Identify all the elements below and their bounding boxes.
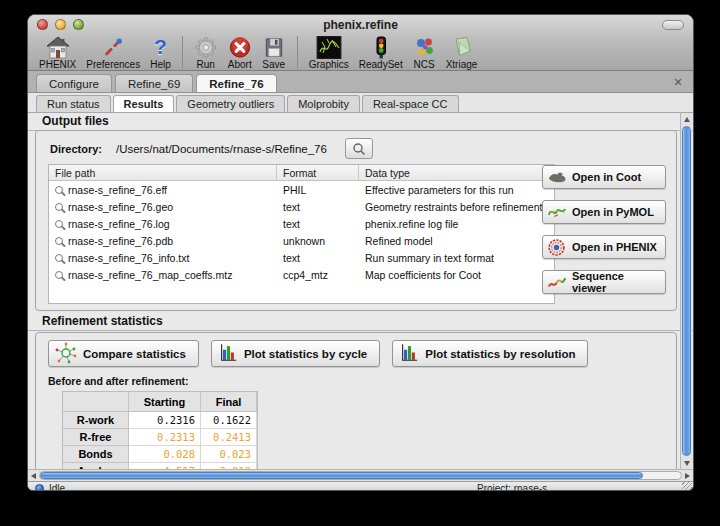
subtab-run-status[interactable]: Run status [36,95,111,112]
status-led-icon [35,484,44,491]
toolbar-button-graphics[interactable]: Graphics [304,35,354,70]
scroll-left-arrow-icon[interactable] [28,470,39,481]
toolbar-button-help[interactable]: ? Help [145,35,176,70]
sequence-viewer-icon [547,273,567,291]
subtab-geometry-outliers[interactable]: Geometry outliers [176,95,285,112]
close-tab-icon[interactable] [671,75,685,89]
stats-starting-value: 0.2313 [129,429,201,446]
scroll-right-arrow-icon[interactable] [682,470,693,481]
toolbar-button-save[interactable]: Save [257,35,291,70]
file-path: rnase-s_refine_76_info.txt [68,252,189,264]
file-data-type: phenix.refine log file [359,218,554,230]
horizontal-scrollbar-track[interactable] [39,471,682,480]
bar-chart-icon [218,342,238,365]
tab-refine-69[interactable]: Refine_69 [115,74,193,92]
open-in-phenix-button[interactable]: Open in PHENIX [542,235,666,259]
stats-row-label: R-free [63,429,129,446]
toolbar-separator [297,36,298,68]
pymol-icon [547,203,567,221]
toolbar-button-abort[interactable]: Abort [223,35,257,70]
tab-refine-76[interactable]: Refine_76 [196,74,276,92]
save-disk-icon [262,35,286,59]
column-header-file-path[interactable]: File path [49,165,277,180]
subtab-molprobity[interactable]: Molprobity [287,95,360,112]
browse-directory-button[interactable] [345,138,373,159]
toolbar-label: Save [262,59,285,70]
toolbar-label: Abort [228,59,252,70]
subtab-bar: Run status Results Geometry outliers Mol… [28,93,693,113]
stats-header-starting: Starting [129,392,201,412]
toolbar-button-ncs[interactable]: NCS [408,35,441,70]
stats-starting-value: 0.2316 [129,412,201,429]
toolbar-label: PHENIX [39,59,76,70]
subtab-real-space-cc[interactable]: Real-space CC [362,95,459,112]
open-in-coot-button[interactable]: Open in Coot [542,165,666,189]
table-row[interactable]: rnase-s_refine_76.pdbunknownRefined mode… [49,232,554,249]
vertical-scrollbar-thumb[interactable] [682,126,691,456]
toolbar-label: Graphics [309,59,349,70]
open-in-pymol-button[interactable]: Open in PyMOL [542,200,666,224]
refinement-statistics-heading: Refinement statistics [28,313,693,331]
table-row[interactable]: rnase-s_refine_76_info.txttextRun summar… [49,249,554,266]
subtab-results[interactable]: Results [113,95,175,112]
stats-row: R-work0.23160.1622 [63,412,257,429]
resize-grip[interactable] [682,481,692,491]
directory-path: /Users/nat/Documents/rnase-s/Refine_76 [116,143,327,155]
file-data-type: Effective parameters for this run [359,184,554,196]
scroll-down-arrow-icon[interactable] [681,457,692,469]
sequence-viewer-button[interactable]: Sequence viewer [542,270,666,294]
help-icon: ? [154,35,167,59]
magnifier-icon [55,186,63,194]
table-row[interactable]: rnase-s_refine_76.logtextphenix.refine l… [49,215,554,232]
horizontal-scrollbar[interactable] [28,469,693,481]
horizontal-scrollbar-thumb[interactable] [40,472,643,479]
table-header-row: File path Format Data type [49,165,554,181]
plot-statistics-by-resolution-button[interactable]: Plot statistics by resolution [392,340,588,367]
compare-statistics-button[interactable]: Compare statistics [48,340,199,367]
toolbar: PHENIX Preferences ? Help [28,34,693,71]
toolbar-button-preferences[interactable]: Preferences [81,35,145,70]
toolbar-button-run[interactable]: Run [189,35,223,70]
file-path: rnase-s_refine_76.eff [68,184,167,196]
preferences-tools-icon [101,35,125,59]
stats-row: R-free0.23130.2413 [63,429,257,446]
ncs-icon [413,35,436,59]
column-header-format[interactable]: Format [277,165,359,180]
button-label: Open in Coot [572,171,641,183]
output-files-table: File path Format Data type rnase-s_refin… [48,164,555,304]
xtriage-crystal-icon [450,35,473,59]
toolbar-label: Xtriage [446,59,478,70]
magnifier-icon [55,220,63,228]
file-table-body: rnase-s_refine_76.effPHILEffective param… [49,181,554,283]
file-format: text [277,252,359,264]
stats-starting-value: 0.028 [129,446,201,463]
plot-statistics-by-cycle-button[interactable]: Plot statistics by cycle [211,340,380,367]
tab-configure[interactable]: Configure [36,74,112,92]
toolbar-toggle-button[interactable] [662,20,684,30]
results-panel: Output files Directory: /Users/nat/Docum… [28,113,693,469]
toolbar-button-phenix[interactable]: PHENIX [34,35,81,70]
toolbar-label: NCS [414,59,435,70]
button-label: Open in PyMOL [572,206,654,218]
table-row[interactable]: rnase-s_refine_76.effPHILEffective param… [49,181,554,198]
table-row[interactable]: rnase-s_refine_76_map_coeffs.mtzccp4_mtz… [49,266,554,283]
vertical-scrollbar[interactable] [680,113,692,469]
abort-icon [228,35,252,59]
stats-row-label: R-work [63,412,129,429]
scroll-up-arrow-icon[interactable] [681,113,692,125]
file-path: rnase-s_refine_76_map_coeffs.mtz [68,269,232,281]
table-row[interactable]: rnase-s_refine_76.geotextGeometry restra… [49,198,554,215]
column-header-data-type[interactable]: Data type [359,165,554,180]
stats-row: Bonds0.0280.023 [63,446,257,463]
toolbar-button-readyset[interactable]: ReadySet [354,35,408,70]
phenix-viewer-icon [547,238,567,256]
stats-row-label: Bonds [63,446,129,463]
before-after-note: Before and after refinement: [48,375,189,387]
file-format: ccp4_mtz [277,269,359,281]
toolbar-button-xtriage[interactable]: Xtriage [441,35,483,70]
stats-final-value: 0.023 [201,446,257,463]
stats-header-row: Starting Final [63,392,257,412]
file-data-type: Map coefficients for Coot [359,269,554,281]
file-format: text [277,201,359,213]
viewer-actions: Open in Coot Open in PyMOL [542,165,666,294]
